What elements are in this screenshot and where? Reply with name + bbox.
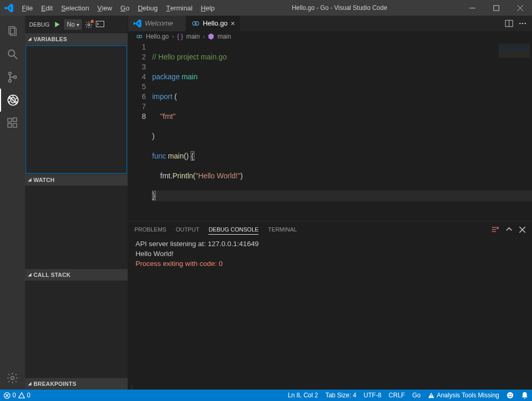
close-button[interactable]: [508, 0, 532, 16]
panel-tab-debug-console[interactable]: DEBUG CONSOLE: [208, 225, 258, 235]
svg-point-7: [9, 80, 11, 82]
go-file-icon: [135, 33, 143, 40]
svg-rect-17: [8, 118, 11, 122]
menu-selection[interactable]: Selection: [57, 0, 93, 16]
close-icon[interactable]: ×: [231, 19, 235, 28]
status-notifications-icon[interactable]: [517, 390, 532, 401]
menu-help[interactable]: Help: [196, 0, 219, 16]
tab-label: Welcome: [145, 19, 173, 27]
svg-rect-1: [493, 5, 499, 10]
explorer-icon[interactable]: [0, 20, 25, 43]
bottom-panel: PROBLEMS OUTPUT DEBUG CONSOLE TERMINAL A…: [128, 221, 532, 390]
svg-point-22: [88, 23, 90, 26]
tab-label: Hello.go: [203, 19, 228, 27]
error-icon: [4, 392, 10, 399]
breakpoints-section-header[interactable]: ◢BREAKPOINTS: [25, 378, 128, 390]
collapse-panel-icon[interactable]: [505, 226, 513, 233]
console-line: Hello World!: [135, 249, 525, 259]
main-menu: File Edit Selection View Go Debug Termin…: [18, 0, 219, 16]
method-icon: [208, 33, 214, 40]
tab-hello-go[interactable]: Hello.go ×: [186, 16, 241, 31]
status-ln-col[interactable]: Ln 8, Col 2: [284, 390, 321, 401]
breadcrumb-symbol[interactable]: main: [217, 33, 231, 40]
status-language[interactable]: Go: [409, 390, 424, 401]
start-debug-button[interactable]: [54, 21, 61, 28]
svg-rect-2: [9, 27, 15, 34]
minimize-button[interactable]: [460, 0, 484, 16]
svg-point-4: [8, 50, 15, 56]
tab-row: Welcome × Hello.go ×: [128, 16, 532, 31]
watch-section-header[interactable]: ◢WATCH: [25, 174, 128, 186]
svg-point-30: [525, 23, 526, 25]
svg-rect-23: [96, 21, 104, 27]
menu-go[interactable]: Go: [116, 0, 133, 16]
tab-welcome[interactable]: Welcome ×: [128, 16, 186, 31]
variables-section-body[interactable]: [26, 45, 127, 174]
clear-console-icon[interactable]: [491, 225, 499, 234]
svg-rect-18: [8, 124, 11, 127]
settings-gear-icon[interactable]: [0, 367, 25, 390]
more-actions-icon[interactable]: [518, 19, 527, 28]
call-stack-section-body[interactable]: [25, 281, 128, 378]
split-editor-icon[interactable]: [505, 19, 513, 28]
svg-point-25: [195, 21, 199, 25]
vscode-icon: [133, 19, 142, 28]
maximize-button[interactable]: [484, 0, 508, 16]
search-icon[interactable]: [0, 43, 25, 66]
debug-toolbar: DEBUG No▾: [25, 16, 128, 33]
svg-rect-0: [469, 8, 475, 8]
svg-line-13: [8, 98, 10, 99]
panel-tab-output[interactable]: OUTPUT: [176, 225, 199, 234]
svg-point-6: [9, 72, 11, 75]
menu-terminal[interactable]: Terminal: [162, 0, 197, 16]
breadcrumb-file[interactable]: Hello.go: [146, 33, 169, 40]
debug-console-output[interactable]: API server listening at: 127.0.0.1:41649…: [128, 238, 532, 384]
chevron-right-icon: ›: [172, 33, 174, 40]
svg-point-43: [511, 394, 512, 395]
svg-line-16: [16, 101, 17, 102]
menu-file[interactable]: File: [18, 0, 37, 16]
extensions-icon[interactable]: [0, 112, 25, 135]
svg-point-28: [519, 23, 521, 25]
window-title: Hello.go - Go - Visual Studio Code: [219, 4, 460, 11]
minimap[interactable]: [499, 43, 530, 64]
source-control-icon[interactable]: [0, 66, 25, 89]
status-analysis-warning[interactable]: Analysis Tools Missing: [424, 390, 503, 401]
code-editor[interactable]: 1 2 3 4 5 6 7 8 // Hello project main.go…: [128, 41, 532, 221]
warning-icon: [18, 392, 25, 399]
status-tab-size[interactable]: Tab Size: 4: [321, 390, 360, 401]
call-stack-section-header[interactable]: ◢CALL STACK: [25, 269, 128, 281]
console-line: API server listening at: 127.0.0.1:41649: [135, 239, 525, 249]
status-encoding[interactable]: UTF-8: [360, 390, 385, 401]
debug-console-toggle-icon[interactable]: [96, 21, 104, 28]
svg-point-41: [507, 392, 513, 398]
debug-icon[interactable]: [0, 89, 25, 112]
breadcrumbs[interactable]: Hello.go › { } main › main: [128, 31, 532, 41]
breadcrumb-symbol[interactable]: main: [186, 33, 200, 40]
variables-section-header[interactable]: ◢VARIABLES: [25, 33, 128, 45]
panel-tab-terminal[interactable]: TERMINAL: [268, 225, 297, 234]
warning-icon: [428, 392, 435, 399]
svg-point-11: [11, 98, 16, 103]
debug-config-gear-icon[interactable]: [85, 21, 93, 29]
panel-tab-problems[interactable]: PROBLEMS: [134, 225, 166, 234]
svg-rect-20: [13, 118, 17, 121]
svg-rect-39: [431, 394, 431, 396]
debug-console-input[interactable]: 〉: [128, 384, 532, 390]
vscode-icon: [0, 4, 18, 13]
console-line: Process exiting with code: 0: [135, 259, 525, 269]
code-content[interactable]: // Hello project main.go package main im…: [152, 41, 532, 221]
close-panel-icon[interactable]: [519, 226, 526, 233]
watch-section-body[interactable]: [25, 186, 128, 269]
debug-label: DEBUG: [29, 21, 50, 28]
menu-view[interactable]: View: [93, 0, 116, 16]
panel-tabs: PROBLEMS OUTPUT DEBUG CONSOLE TERMINAL: [128, 221, 532, 238]
debug-config-dropdown[interactable]: No▾: [64, 19, 82, 30]
status-eol[interactable]: CRLF: [385, 390, 409, 401]
svg-rect-40: [431, 396, 431, 397]
svg-point-29: [522, 23, 524, 25]
menu-debug[interactable]: Debug: [133, 0, 162, 16]
status-feedback-icon[interactable]: [503, 390, 517, 401]
status-errors[interactable]: 0 0: [0, 390, 34, 401]
menu-edit[interactable]: Edit: [37, 0, 57, 16]
